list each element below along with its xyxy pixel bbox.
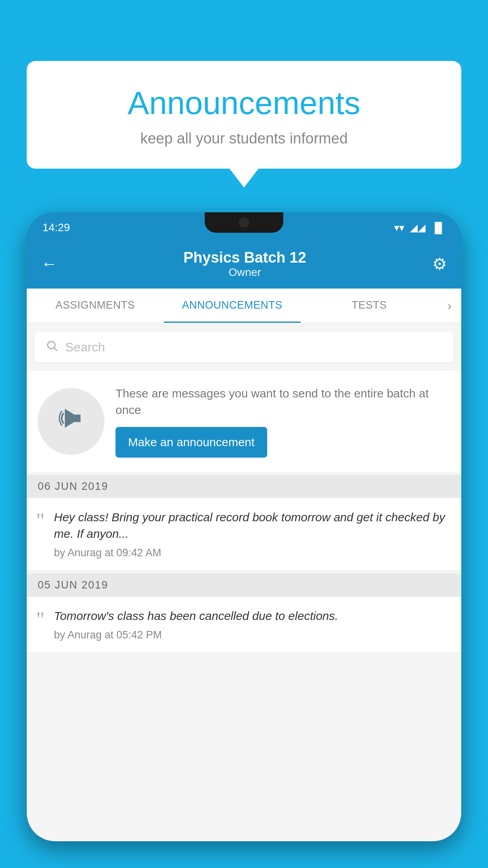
search-placeholder-text: Search [65, 340, 105, 355]
tab-tests[interactable]: TESTS [301, 289, 438, 323]
date-divider-2: 05 JUN 2019 [27, 574, 461, 597]
search-icon [46, 339, 58, 355]
wifi-icon: ▾▾ [394, 222, 404, 234]
announcement-text-group-1: Hey class! Bring your practical record b… [54, 509, 450, 559]
status-time: 14:29 [42, 221, 70, 234]
tab-announcements[interactable]: ANNOUNCEMENTS [164, 289, 301, 323]
tab-more-icon[interactable]: › [438, 289, 461, 323]
speech-bubble-subtitle: keep all your students informed [42, 130, 446, 147]
signal-icon: ◢◢ [410, 222, 426, 234]
speech-bubble: Announcements keep all your students inf… [27, 61, 461, 169]
announcement-text-group-2: Tomorrow's class has been cancelled due … [54, 608, 450, 641]
announcement-message-1: Hey class! Bring your practical record b… [54, 509, 450, 542]
announcement-by-2: by Anurag at 05:42 PM [54, 629, 450, 641]
speech-bubble-title: Announcements [42, 85, 446, 121]
svg-marker-2 [65, 409, 81, 428]
phone-mockup: 14:29 ▾▾ ◢◢ ▐▌ ← Physics Batch 12 Owner … [27, 212, 461, 868]
front-camera [239, 217, 249, 228]
back-button[interactable]: ← [41, 254, 57, 273]
speech-bubble-section: Announcements keep all your students inf… [27, 61, 461, 169]
app-header: ← Physics Batch 12 Owner ⚙ [27, 239, 461, 289]
owner-subtitle: Owner [183, 266, 306, 279]
date-divider-1: 06 JUN 2019 [27, 475, 461, 498]
promo-icon-circle [38, 388, 105, 455]
promo-description: These are messages you want to send to t… [116, 385, 450, 418]
promo-card: These are messages you want to send to t… [27, 371, 461, 472]
announcement-item-2[interactable]: " Tomorrow's class has been cancelled du… [27, 597, 461, 653]
phone-notch [205, 212, 283, 233]
svg-line-1 [54, 348, 57, 351]
search-bar[interactable]: Search [35, 332, 453, 362]
batch-title: Physics Batch 12 [183, 249, 306, 266]
phone-body: 14:29 ▾▾ ◢◢ ▐▌ ← Physics Batch 12 Owner … [27, 212, 461, 841]
header-title-group: Physics Batch 12 Owner [183, 249, 306, 279]
megaphone-icon [55, 403, 87, 440]
promo-right: These are messages you want to send to t… [116, 385, 450, 458]
quote-icon-2: " [36, 609, 44, 630]
quote-icon-1: " [36, 511, 44, 531]
status-icons: ▾▾ ◢◢ ▐▌ [394, 222, 446, 234]
battery-icon: ▐▌ [431, 222, 446, 234]
tabs-bar: ASSIGNMENTS ANNOUNCEMENTS TESTS › [27, 289, 461, 323]
tab-assignments[interactable]: ASSIGNMENTS [27, 289, 164, 323]
settings-icon[interactable]: ⚙ [432, 254, 447, 274]
make-announcement-button[interactable]: Make an announcement [116, 427, 267, 458]
screen-content: Search [27, 323, 461, 841]
svg-point-0 [48, 341, 55, 349]
announcement-message-2: Tomorrow's class has been cancelled due … [54, 608, 450, 624]
announcement-item-1[interactable]: " Hey class! Bring your practical record… [27, 498, 461, 570]
announcement-by-1: by Anurag at 09:42 AM [54, 547, 450, 559]
